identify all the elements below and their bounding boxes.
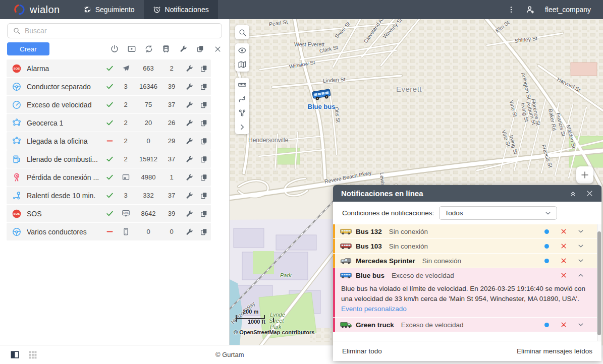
settings-wrench-icon[interactable]	[182, 210, 196, 218]
panel-close-icon[interactable]	[586, 190, 593, 197]
duplicate-icon[interactable]	[196, 119, 211, 127]
route-icon[interactable]	[235, 92, 249, 106]
chevron-down-icon[interactable]	[577, 242, 584, 250]
sos-icon: SOS	[7, 64, 27, 74]
duplicate-icon[interactable]	[196, 101, 211, 109]
duplicate-icon[interactable]	[196, 210, 211, 218]
chevron-down-icon[interactable]	[577, 257, 584, 264]
brand-name: wialon	[30, 4, 60, 16]
duplicate-icon[interactable]	[196, 137, 211, 145]
duplicate-icon[interactable]	[196, 65, 211, 73]
panel-footer: Eliminar todo Eliminar mensajes leídos	[333, 341, 601, 361]
delete-notification-icon[interactable]	[560, 321, 567, 328]
duplicate-icon[interactable]	[196, 192, 211, 200]
custom-event-link[interactable]: Evento personalizado	[341, 305, 586, 313]
panel-title: Notificaciones en línea	[341, 189, 423, 198]
online-notification-item: Green truck Exceso de velocidad	[333, 318, 601, 332]
notification-rule-row[interactable]: Pérdida de conexión ... 4980 1	[7, 168, 211, 186]
online-notification-item: Blue bus Exceso de velocidad Blue bus ha…	[333, 268, 601, 317]
tab-seguimiento[interactable]: Seguimiento	[74, 0, 144, 19]
search-icon	[13, 27, 21, 35]
kebab-menu-icon[interactable]	[507, 6, 515, 14]
settings-wrench-icon[interactable]	[182, 228, 196, 236]
speedometer-icon	[7, 100, 27, 110]
apps-grid-icon[interactable]	[28, 350, 37, 359]
username[interactable]: fleet_company	[545, 6, 591, 14]
wrench-icon[interactable]	[179, 44, 188, 53]
map-marker-blue-bus[interactable]	[311, 87, 332, 103]
online-notification-item: Mercedes Sprinter Sin conexión	[333, 254, 601, 268]
notification-rule-row[interactable]: SOS SOS SMS 8642 39	[7, 205, 211, 222]
track-points-icon[interactable]	[235, 106, 249, 120]
tab-notificaciones[interactable]: Notificaciones	[144, 0, 218, 19]
bus-front-icon[interactable]	[161, 44, 171, 53]
expand-right-icon[interactable]	[235, 120, 249, 134]
duplicate-icon[interactable]	[196, 173, 211, 181]
map-control-group	[235, 78, 249, 134]
chevron-down-icon	[544, 210, 552, 217]
user-switch-icon[interactable]	[525, 5, 535, 15]
filter-value: Todos	[445, 209, 463, 217]
chevron-down-icon[interactable]	[577, 321, 584, 328]
settings-wrench-icon[interactable]	[182, 155, 196, 163]
notification-rule-row[interactable]: SOS Alarma 663 2	[7, 59, 211, 77]
enabled-check-icon	[103, 64, 116, 73]
settings-wrench-icon[interactable]	[182, 137, 196, 145]
settings-wrench-icon[interactable]	[182, 173, 196, 181]
sidebar-toggle-icon[interactable]	[10, 350, 20, 359]
geofence-icon	[7, 136, 27, 146]
sync-icon[interactable]	[144, 44, 153, 53]
wialon-logo[interactable]: wialon	[0, 0, 74, 19]
duplicate-icon[interactable]	[196, 155, 211, 163]
map-layers-icon[interactable]	[235, 57, 249, 72]
zoom-in-button[interactable]	[576, 166, 593, 184]
svg-text:SOS: SOS	[14, 67, 20, 70]
notification-rule-row[interactable]: Exceso de velocidad 2 75 37	[7, 96, 211, 113]
filter-select[interactable]: Todos	[439, 206, 557, 220]
tab-label: Notificaciones	[165, 6, 209, 14]
delete-notification-icon[interactable]	[560, 242, 567, 250]
power-icon[interactable]	[110, 44, 119, 53]
settings-wrench-icon[interactable]	[182, 83, 196, 91]
create-button[interactable]: Crear	[7, 42, 49, 55]
video-icon[interactable]	[127, 44, 136, 53]
notification-rule-row[interactable]: Llenado de combusti... 2 15912 37	[7, 150, 211, 168]
chevron-up-icon[interactable]	[577, 272, 584, 279]
sms-icon: SMS	[116, 209, 135, 218]
panel-header[interactable]: Notificaciones en línea	[333, 185, 601, 202]
alarm-clock-icon	[153, 6, 161, 14]
sos-icon: SOS	[7, 209, 27, 219]
settings-wrench-icon[interactable]	[182, 65, 196, 73]
map-scale: 200 m 1000 ft	[236, 309, 274, 325]
tab-label: Seguimiento	[95, 6, 135, 14]
clear-read-button[interactable]: Eliminar mensajes leídos	[517, 347, 592, 355]
clear-all-button[interactable]: Eliminar todo	[342, 347, 382, 355]
delete-notification-icon[interactable]	[560, 272, 567, 279]
enabled-check-icon	[103, 155, 116, 163]
settings-wrench-icon[interactable]	[182, 192, 196, 200]
notification-rule-row[interactable]: Ralentí desde 10 min. 3 332 37	[7, 187, 211, 204]
close-icon[interactable]	[213, 44, 222, 53]
paperplane-icon	[116, 64, 135, 73]
eye-icon[interactable]	[235, 43, 249, 57]
map-search-icon[interactable]	[235, 25, 249, 39]
settings-wrench-icon[interactable]	[182, 119, 196, 127]
panel-scrollbar[interactable]	[597, 224, 601, 341]
duplicate-icon[interactable]	[196, 228, 211, 236]
notification-rule-row[interactable]: Conductor separado 3 16346 39	[7, 78, 211, 95]
settings-wrench-icon[interactable]	[182, 101, 196, 109]
notification-rule-row[interactable]: Varios conductores 0 0	[7, 223, 211, 240]
search-input[interactable]	[25, 27, 216, 35]
scrollbar-thumb[interactable]	[597, 231, 601, 335]
delete-notification-icon[interactable]	[560, 228, 567, 235]
delete-notification-icon[interactable]	[560, 257, 567, 264]
collapse-icon[interactable]	[569, 190, 577, 197]
copy-icon[interactable]	[196, 44, 205, 53]
duplicate-icon[interactable]	[196, 83, 211, 91]
chevron-down-icon[interactable]	[577, 228, 584, 235]
unread-dot	[544, 323, 549, 327]
ruler-icon[interactable]	[235, 78, 249, 92]
enabled-check-icon	[103, 209, 116, 218]
notification-rule-row[interactable]: Llegada a la oficina 2 0 29	[7, 132, 211, 150]
notification-rule-row[interactable]: Geocerca 1 2 20 26	[7, 114, 211, 132]
